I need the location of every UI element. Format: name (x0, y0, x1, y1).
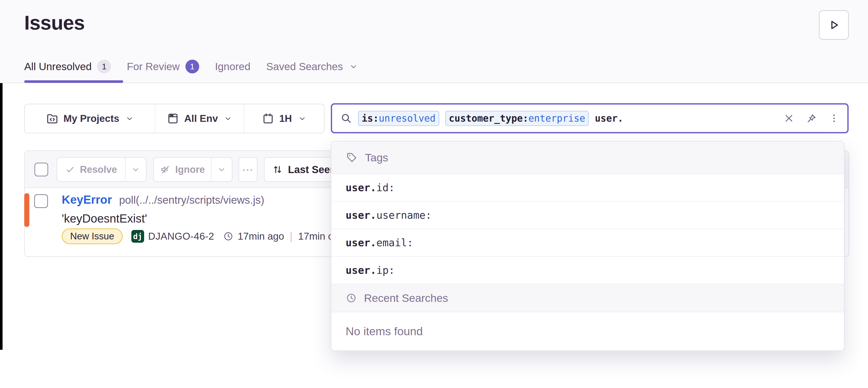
dropdown-empty-state: No items found (331, 312, 844, 351)
check-icon (65, 164, 75, 174)
issue-checkbox[interactable] (34, 194, 48, 208)
tag-icon (346, 152, 358, 164)
sort-arrows-icon (272, 164, 283, 175)
resolve-button[interactable]: Resolve (57, 158, 125, 181)
filter-bar: My Projects All Env 1H (24, 104, 324, 133)
suggestion-prefix: user. (346, 264, 376, 276)
issue-message: 'keyDoesntExist' (62, 212, 147, 225)
pin-icon[interactable] (806, 113, 817, 124)
timestamp-separator: | (288, 230, 294, 243)
issue-culprit: poll(../../sentry/scripts/views.js) (119, 194, 264, 206)
dropdown-tags-header: Tags (331, 141, 844, 174)
suggestion-suffix: id: (376, 182, 395, 193)
token-key: is: (362, 113, 379, 124)
close-icon[interactable] (783, 113, 794, 124)
calendar-icon (262, 112, 274, 125)
clock-icon (223, 231, 234, 242)
search-typed-text: user. (595, 113, 623, 124)
play-button[interactable] (819, 10, 849, 40)
chevron-down-icon (125, 115, 134, 123)
window-icon (167, 112, 179, 125)
dropdown-tags-title: Tags (365, 152, 388, 164)
play-icon (827, 18, 840, 32)
search-token-customer-type[interactable]: customer_type:enterprise (445, 111, 589, 126)
project-filter-label: My Projects (63, 113, 119, 124)
new-issue-badge: New Issue (62, 228, 123, 244)
resolve-dropdown-caret[interactable] (125, 158, 146, 181)
ignore-dropdown-caret[interactable] (211, 158, 232, 181)
page-header: Issues All Unresolved 1 For Review 1 Ign… (0, 0, 868, 83)
tab-count-badge: 1 (97, 60, 111, 73)
mute-icon (160, 164, 170, 175)
token-key: customer_type: (449, 113, 528, 124)
clock-icon (346, 292, 357, 303)
tab-label: Saved Searches (266, 61, 343, 73)
dropdown-recent-title: Recent Searches (364, 292, 448, 304)
tag-suggestion-user-username[interactable]: user.username: (331, 202, 844, 229)
suggestion-suffix: username: (376, 209, 432, 221)
token-value: enterprise (528, 113, 585, 124)
sort-label: Last Seen (288, 164, 336, 175)
chevron-down-icon (349, 62, 358, 71)
dropdown-recent-searches-header: Recent Searches (331, 284, 844, 312)
search-actions (783, 113, 839, 124)
chevron-down-icon (131, 165, 140, 174)
django-project-icon: dj (131, 230, 144, 243)
issue-title-link[interactable]: KeyError (62, 193, 112, 206)
issue-meta-line: New Issue dj DJANGO-46-2 17min ago | 17m… (62, 228, 341, 244)
environment-filter-label: All Env (184, 113, 218, 124)
tag-suggestion-user-id[interactable]: user.id: (331, 174, 844, 202)
suggestion-suffix: ip: (376, 264, 395, 276)
issues-page: Issues All Unresolved 1 For Review 1 Ign… (0, 0, 868, 388)
more-actions-button[interactable]: ⋯ (239, 157, 257, 182)
chevron-down-icon (224, 115, 232, 123)
tab-all-unresolved[interactable]: All Unresolved 1 (24, 60, 111, 73)
chevron-down-icon (217, 165, 226, 174)
page-title: Issues (24, 11, 85, 34)
search-autocomplete-dropdown: Tags user.id: user.username: user.email:… (331, 141, 844, 351)
time-range-label: 1H (279, 113, 292, 124)
suggestion-prefix: user. (346, 237, 376, 249)
search-icon (340, 112, 352, 124)
tab-count-badge: 1 (185, 60, 199, 73)
suggestion-prefix: user. (346, 209, 376, 221)
tag-suggestion-user-email[interactable]: user.email: (331, 229, 844, 257)
tabs: All Unresolved 1 For Review 1 Ignored Sa… (24, 60, 358, 73)
error-level-bar (24, 193, 29, 227)
issue-title-line: KeyError poll(../../sentry/scripts/views… (62, 193, 264, 206)
search-token-is-unresolved[interactable]: is:unresolved (358, 111, 439, 126)
issue-short-id: DJANGO-46-2 (148, 231, 214, 242)
time-range-filter-dropdown[interactable]: 1H (244, 104, 324, 133)
tab-ignored[interactable]: Ignored (215, 61, 250, 73)
suggestion-prefix: user. (346, 182, 376, 193)
environment-filter-dropdown[interactable]: All Env (155, 104, 244, 133)
resolve-label: Resolve (80, 164, 117, 175)
active-tab-underline (24, 80, 123, 83)
project-filter-dropdown[interactable]: My Projects (25, 104, 155, 133)
tab-label: All Unresolved (24, 61, 92, 73)
token-value: unresolved (379, 113, 436, 124)
tab-for-review[interactable]: For Review 1 (127, 60, 199, 73)
issue-search-input[interactable]: is:unresolved customer_type:enterprise u… (331, 103, 848, 133)
issue-age: 17min ago (238, 231, 284, 242)
resolve-button-group: Resolve (57, 157, 147, 182)
chevron-down-icon (298, 115, 306, 123)
tab-label: For Review (127, 61, 180, 73)
ignore-label: Ignore (175, 164, 205, 175)
kebab-menu-icon[interactable] (829, 113, 839, 123)
ignore-button-group: Ignore (153, 157, 232, 182)
tab-label: Ignored (215, 61, 250, 73)
folder-code-icon (46, 112, 58, 125)
ignore-button[interactable]: Ignore (154, 158, 211, 181)
tab-saved-searches[interactable]: Saved Searches (266, 61, 358, 73)
tag-suggestion-user-ip[interactable]: user.ip: (331, 257, 844, 284)
issue-timestamps: 17min ago | 17min old (223, 230, 341, 243)
select-all-checkbox[interactable] (34, 163, 48, 176)
suggestion-suffix: email: (376, 237, 413, 249)
project-link[interactable]: dj DJANGO-46-2 (131, 230, 214, 243)
